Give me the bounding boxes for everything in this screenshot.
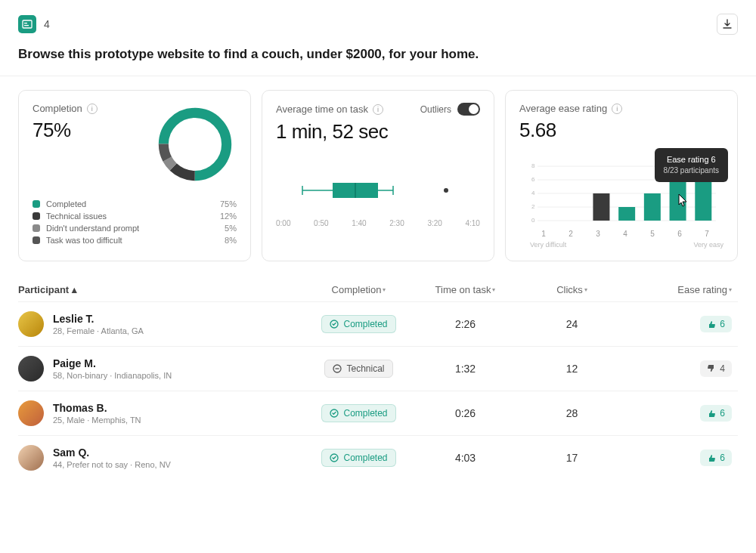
- svg-point-13: [444, 188, 448, 193]
- thumbs-up-icon: [707, 320, 716, 329]
- table-row[interactable]: Sam Q. 44, Prefer not to say · Reno, NV …: [18, 435, 738, 480]
- svg-rect-27: [618, 207, 635, 221]
- completion-value: 75%: [33, 119, 140, 142]
- thumbs-up-icon: [707, 409, 716, 418]
- ease-card: Average ease rating i 5.68 Ease rating 6…: [505, 90, 738, 261]
- legend-value: 5%: [225, 224, 237, 233]
- legend-row: Task was too difficult8%: [33, 234, 237, 246]
- ease-pill: 4: [700, 360, 732, 377]
- download-button[interactable]: [717, 14, 738, 35]
- info-icon[interactable]: i: [373, 104, 383, 115]
- outliers-label: Outliers: [420, 104, 451, 115]
- th-completion[interactable]: Completion▾: [305, 284, 412, 295]
- participant-meta: 44, Prefer not to say · Reno, NV: [53, 460, 171, 469]
- ease-pill: 6: [700, 450, 732, 466]
- bar-axis-tick: 1: [530, 230, 557, 238]
- table-row[interactable]: Thomas B. 25, Male · Memphis, TN Complet…: [18, 391, 738, 435]
- participant-name: Thomas B.: [53, 402, 141, 414]
- info-icon[interactable]: i: [87, 103, 98, 114]
- completion-label: Completion: [33, 103, 82, 114]
- task-badge-icon: [18, 15, 36, 33]
- legend-swatch: [33, 236, 40, 244]
- axis-tick: 3:20: [427, 219, 442, 227]
- check-circle-icon: [330, 320, 339, 329]
- participant-name: Paige M.: [53, 357, 172, 369]
- legend-swatch: [33, 224, 40, 232]
- bar-axis-tick: 2: [557, 230, 584, 238]
- avatar: [18, 445, 44, 471]
- svg-rect-2: [24, 25, 29, 26]
- time-cell: 0:26: [412, 407, 519, 419]
- legend-swatch: [33, 200, 40, 208]
- legend-row: Technical issues12%: [33, 210, 237, 222]
- legend-value: 8%: [225, 236, 237, 245]
- bar-axis-tick: 7: [693, 230, 720, 238]
- table-row[interactable]: Leslie T. 28, Female · Atlanta, GA Compl…: [18, 301, 738, 346]
- download-icon: [722, 19, 733, 29]
- clicks-cell: 17: [519, 452, 625, 464]
- time-label: Average time on task: [276, 103, 368, 115]
- legend-value: 75%: [220, 199, 237, 209]
- table-row[interactable]: Paige M. 58, Non-binary · Indianapolis, …: [18, 346, 738, 391]
- svg-text:0: 0: [531, 217, 535, 224]
- bar-axis-tick: 5: [639, 230, 666, 238]
- axis-tick: 0:50: [314, 219, 328, 227]
- svg-rect-0: [23, 20, 32, 28]
- participant-meta: 25, Male · Memphis, TN: [53, 416, 141, 425]
- svg-text:8: 8: [531, 162, 535, 169]
- minus-circle-icon: [333, 364, 342, 373]
- clicks-cell: 24: [519, 318, 625, 330]
- tooltip-title: Ease rating 6: [664, 154, 719, 165]
- participant-name: Sam Q.: [53, 446, 171, 459]
- th-time[interactable]: Time on task▾: [412, 284, 519, 295]
- avatar: [18, 356, 44, 382]
- clicks-cell: 28: [519, 407, 625, 419]
- th-participant[interactable]: Participant ▴: [18, 284, 305, 295]
- svg-rect-30: [695, 180, 711, 221]
- info-icon[interactable]: i: [612, 103, 622, 114]
- time-cell: 4:03: [412, 452, 519, 464]
- ease-pill: 6: [700, 405, 732, 422]
- svg-text:4: 4: [531, 190, 535, 196]
- chevron-down-icon: ▾: [584, 286, 587, 293]
- check-circle-icon: [330, 409, 339, 418]
- time-cell: 2:26: [412, 318, 519, 330]
- axis-tick: 2:30: [389, 219, 404, 227]
- completion-badge: Completed: [321, 449, 395, 467]
- legend-swatch: [33, 212, 40, 220]
- svg-rect-1: [24, 23, 27, 23]
- legend-label: Technical issues: [46, 212, 220, 221]
- task-title: Browse this prototype website to find a …: [0, 44, 756, 76]
- chevron-down-icon: ▾: [383, 286, 386, 293]
- ease-left-label: Very difficult: [530, 241, 566, 249]
- thumbs-down-icon: [707, 364, 716, 373]
- ease-label: Average ease rating: [519, 103, 607, 114]
- table-header: Participant ▴ Completion▾ Time on task▾ …: [18, 278, 738, 301]
- thumbs-up-icon: [707, 453, 716, 462]
- svg-text:2: 2: [531, 203, 535, 210]
- svg-text:6: 6: [531, 176, 535, 183]
- participant-meta: 58, Non-binary · Indianapolis, IN: [53, 371, 172, 380]
- clicks-cell: 12: [519, 363, 625, 375]
- participant-meta: 28, Female · Atlanta, GA: [53, 326, 144, 335]
- th-clicks[interactable]: Clicks▾: [519, 284, 625, 295]
- cursor-icon: [678, 193, 689, 207]
- bar-tooltip: Ease rating 6 8/23 participants: [655, 148, 728, 182]
- chevron-down-icon: ▾: [729, 286, 732, 293]
- th-ease[interactable]: Ease rating▾: [625, 284, 738, 295]
- task-number: 4: [44, 18, 50, 30]
- check-circle-icon: [330, 453, 339, 462]
- axis-tick: 1:40: [352, 219, 366, 227]
- outliers-toggle[interactable]: [457, 103, 480, 116]
- bar-axis-tick: 6: [666, 230, 693, 238]
- legend-row: Completed75%: [33, 198, 237, 210]
- avatar: [18, 311, 44, 337]
- axis-tick: 0:00: [276, 219, 290, 227]
- svg-rect-26: [593, 193, 609, 221]
- bar-axis-tick: 3: [584, 230, 612, 238]
- legend-label: Completed: [46, 199, 220, 209]
- completion-badge: Technical: [324, 360, 392, 378]
- legend-value: 12%: [220, 212, 237, 221]
- legend-label: Task was too difficult: [46, 236, 225, 245]
- legend-label: Didn't understand prompt: [46, 224, 225, 233]
